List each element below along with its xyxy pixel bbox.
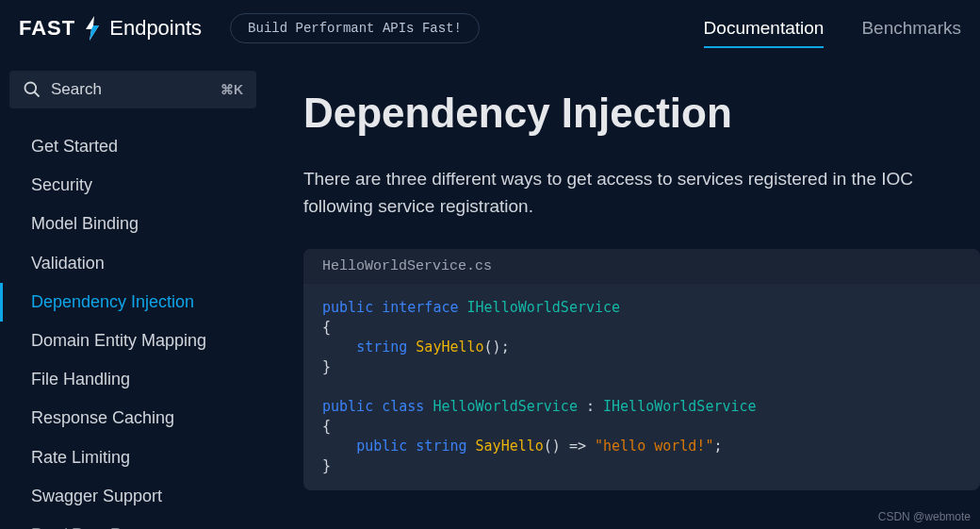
sidebar-item-get-started[interactable]: Get Started [0,127,266,166]
search-icon [23,80,41,99]
code-filename: HelloWorldService.cs [303,249,980,284]
sidebar-item-model-binding[interactable]: Model Binding [0,205,266,243]
sidebar: Search ⌘K Get Started Security Model Bin… [0,57,266,529]
search-placeholder: Search [51,80,220,99]
svg-line-1 [35,92,40,97]
sidebar-item-file-handling[interactable]: File Handling [0,360,266,399]
lightning-icon [83,14,102,42]
code-block: HelloWorldService.cs public interface IH… [303,249,980,490]
sidebar-nav: Get Started Security Model Binding Valid… [0,118,266,529]
code-body: public interface IHelloWorldService { st… [303,284,980,490]
header-nav: Documentation Benchmarks [704,12,961,44]
page-description: There are three different ways to get ac… [303,165,980,221]
content-area: Search ⌘K Get Started Security Model Bin… [0,57,980,529]
sidebar-item-response-caching[interactable]: Response Caching [0,399,266,438]
code-content: public interface IHelloWorldService { st… [322,298,961,476]
sidebar-item-rate-limiting[interactable]: Rate Limiting [0,438,266,477]
sidebar-item-dependency-injection[interactable]: Dependency Injection [0,283,266,322]
tagline-badge: Build Performant APIs Fast! [230,13,480,43]
nav-benchmarks[interactable]: Benchmarks [861,12,961,44]
sidebar-item-domain-entity-mapping[interactable]: Domain Entity Mapping [0,322,266,360]
watermark: CSDN @webmote [878,510,971,523]
page-title: Dependency Injection [303,90,980,137]
sidebar-item-swagger-support[interactable]: Swagger Support [0,477,266,516]
sidebar-item-security[interactable]: Security [0,166,266,205]
nav-documentation[interactable]: Documentation [704,12,825,44]
search-shortcut: ⌘K [220,82,243,97]
logo-fast-text: FAST [19,16,75,41]
sidebar-item-pre-post-processors[interactable]: Pre / Post Processors [0,516,266,529]
sidebar-item-validation[interactable]: Validation [0,244,266,283]
header: FAST Endpoints Build Performant APIs Fas… [0,0,980,57]
svg-point-0 [25,83,37,94]
main-content: Dependency Injection There are three dif… [266,57,980,529]
search-input[interactable]: Search ⌘K [9,71,256,108]
logo-endpoints-text: Endpoints [109,16,202,41]
logo[interactable]: FAST Endpoints [19,14,202,42]
